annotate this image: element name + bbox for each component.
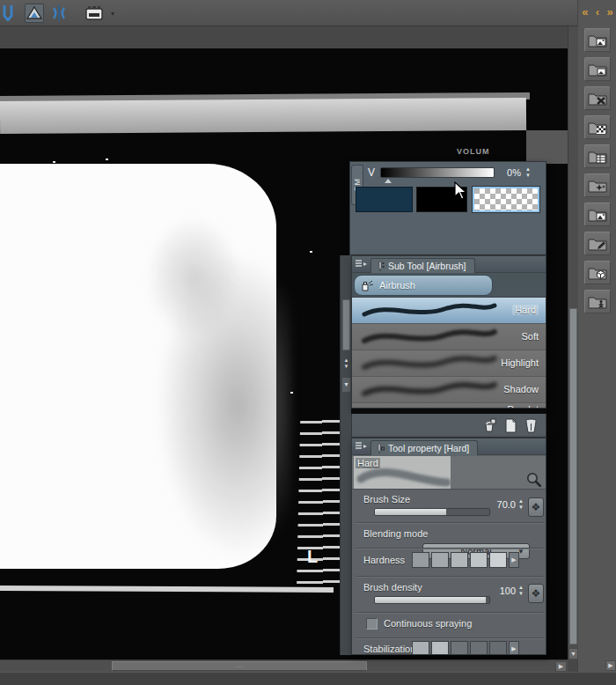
- subtool-panel: Sub Tool [Airbrush] Airbrush Hard Soft H…: [351, 255, 546, 409]
- paint-speck: [290, 392, 293, 394]
- brush-row-hard[interactable]: Hard: [352, 298, 546, 324]
- hardness-level-1[interactable]: [412, 552, 429, 568]
- divider: [356, 548, 544, 549]
- main-color-swatch[interactable]: [356, 187, 413, 212]
- panel-scrollbar: ▲ ▼ ▼: [340, 255, 351, 655]
- back-chevron-icon[interactable]: ‹: [596, 4, 599, 20]
- blending-mode-label: Blending mode: [363, 528, 428, 539]
- toolprop-panel-tab[interactable]: Tool property [Hard]: [370, 440, 478, 455]
- value-spinner[interactable]: ▲ ▼: [525, 166, 531, 178]
- continuous-spraying-checkbox[interactable]: [366, 618, 378, 630]
- brush-density-spinner[interactable]: ▲ ▼: [518, 585, 524, 596]
- folder-photo-icon[interactable]: [584, 57, 611, 81]
- brush-density-value[interactable]: 100: [490, 586, 516, 596]
- panel-scroll-down-button[interactable]: ▼: [341, 377, 351, 393]
- tv-grille-hatch: [297, 412, 345, 590]
- stabilization-level-4[interactable]: [470, 641, 488, 655]
- brush-list: Hard Soft Highlight Shadow Droplet: [352, 298, 546, 409]
- canvas-horizontal-scrollbar[interactable]: ⋯ ▶: [0, 659, 568, 672]
- panel-scroll-spinner[interactable]: ▲ ▼: [342, 357, 350, 370]
- brush-row-highlight[interactable]: Highlight: [352, 350, 546, 377]
- new-subtool-icon[interactable]: [502, 416, 518, 434]
- scroll-right-icon[interactable]: ▶: [555, 661, 567, 672]
- horizontal-scrollbar-thumb[interactable]: ⋯: [112, 661, 367, 671]
- airbrush-mini-icon: [376, 261, 385, 272]
- folder-delete-icon[interactable]: [584, 86, 611, 110]
- brush-density-label: Brush density: [363, 582, 422, 593]
- continuous-spraying-label: Continuous spraying: [384, 618, 472, 629]
- symmetry-tool-icon[interactable]: [49, 4, 69, 23]
- brush-stroke-preview: [359, 300, 500, 321]
- ruler-tool-icon[interactable]: [25, 4, 44, 23]
- folder-3d-icon[interactable]: [584, 261, 611, 284]
- value-slider-marker[interactable]: [385, 179, 392, 183]
- stabilization-level-2[interactable]: [431, 641, 449, 655]
- scrollbar-grip: ⋯: [236, 665, 245, 669]
- status-bar: [0, 672, 616, 685]
- value-channel-label: V: [368, 166, 375, 179]
- transparent-color-swatch[interactable]: [473, 187, 539, 212]
- stabilization-level-3[interactable]: [451, 641, 468, 655]
- folder-pattern-icon[interactable]: [584, 115, 611, 139]
- stabilization-more-icon[interactable]: ▶: [509, 641, 519, 655]
- scroll-up-icon: ▲: [342, 357, 350, 364]
- top-toolbar: ▾: [0, 0, 616, 26]
- folder-grid-icon[interactable]: [584, 144, 611, 168]
- spin-down-icon: ▼: [518, 505, 524, 510]
- magnifier-settings-icon[interactable]: [526, 472, 541, 487]
- brush-size-slider[interactable]: [374, 508, 490, 516]
- airbrush-shading: [158, 255, 290, 555]
- brush-size-spinner[interactable]: ▲ ▼: [518, 498, 524, 510]
- folder-picture-icon[interactable]: [584, 203, 611, 226]
- hardness-level-5[interactable]: [489, 552, 507, 568]
- scroll-down-icon[interactable]: ▼: [568, 648, 578, 659]
- brush-size-dynamics-icon[interactable]: ❖: [528, 497, 544, 517]
- hardness-level-4[interactable]: [470, 552, 488, 568]
- duplicate-subtool-icon[interactable]: [482, 416, 498, 434]
- hardness-level-2[interactable]: [431, 552, 449, 568]
- tv-volume-label: VOLUM: [457, 147, 490, 156]
- vertical-scrollbar-thumb[interactable]: [569, 308, 577, 644]
- pen-square-mini-icon: [376, 443, 385, 454]
- brush-size-label: Brush Size: [363, 494, 410, 505]
- folder-figure-icon[interactable]: [584, 290, 611, 313]
- value-slider[interactable]: [380, 167, 495, 178]
- brush-density-dynamics-icon[interactable]: ❖: [528, 584, 544, 603]
- collapse-all-chevron-icon[interactable]: «: [582, 4, 588, 20]
- hardness-more-icon[interactable]: ▶: [509, 552, 519, 568]
- airbrush-tool-button[interactable]: Airbrush: [354, 275, 493, 296]
- folder-edit-icon[interactable]: [584, 232, 611, 255]
- stabilization-level-1[interactable]: [412, 641, 429, 655]
- delete-subtool-icon[interactable]: [523, 416, 539, 434]
- brush-row-soft[interactable]: Soft: [352, 324, 546, 350]
- folder-effects-icon[interactable]: [584, 173, 611, 197]
- spin-down-icon: ▼: [518, 591, 524, 596]
- brush-stroke-preview: [359, 327, 500, 348]
- panel-menu-icon[interactable]: [355, 441, 367, 452]
- mouse-cursor: [454, 181, 468, 201]
- brush-row-shadow[interactable]: Shadow: [352, 377, 546, 403]
- pen-tool-icon[interactable]: [0, 4, 19, 23]
- screen-mode-icon[interactable]: [84, 4, 104, 23]
- spin-up-icon: ▲: [518, 498, 524, 504]
- brush-size-value[interactable]: 70.0: [488, 499, 516, 510]
- brush-density-slider[interactable]: [374, 596, 490, 604]
- sidebar-scroll-right-icon[interactable]: ▶: [605, 660, 616, 671]
- hardness-label: Hardness: [363, 555, 405, 565]
- canvas-vertical-scrollbar[interactable]: ▼: [568, 26, 578, 659]
- panel-scrollbar-thumb[interactable]: [342, 299, 350, 350]
- panel-menu-icon[interactable]: [355, 259, 367, 269]
- paint-speck: [53, 161, 55, 163]
- spin-down-icon[interactable]: ▼: [525, 173, 531, 178]
- folder-image-icon[interactable]: [584, 28, 611, 52]
- spin-up-icon[interactable]: ▲: [525, 166, 531, 172]
- dropdown-arrow-icon[interactable]: ▾: [111, 10, 114, 18]
- subtool-panel-tab[interactable]: Sub Tool [Airbrush]: [370, 258, 475, 273]
- hardness-level-3[interactable]: [451, 552, 468, 568]
- brush-stroke-preview: [359, 379, 500, 401]
- tv-top-band: [0, 98, 526, 134]
- divider: [356, 612, 544, 614]
- stabilization-level-5[interactable]: [489, 641, 507, 655]
- forward-chevron-icon[interactable]: »: [607, 4, 613, 20]
- airbrush-spray-icon: [360, 279, 374, 292]
